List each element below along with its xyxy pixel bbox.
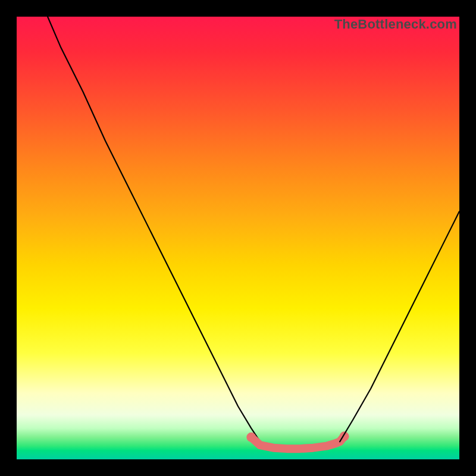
series-right-curve — [340, 211, 459, 441]
series-flat-marker-endpoint — [246, 433, 256, 442]
series-left-curve — [48, 17, 269, 446]
chart-svg — [17, 17, 459, 459]
chart-frame: TheBottleneck.com — [0, 0, 476, 476]
plot-area: TheBottleneck.com — [17, 17, 459, 459]
series-flat-marker — [251, 436, 344, 449]
